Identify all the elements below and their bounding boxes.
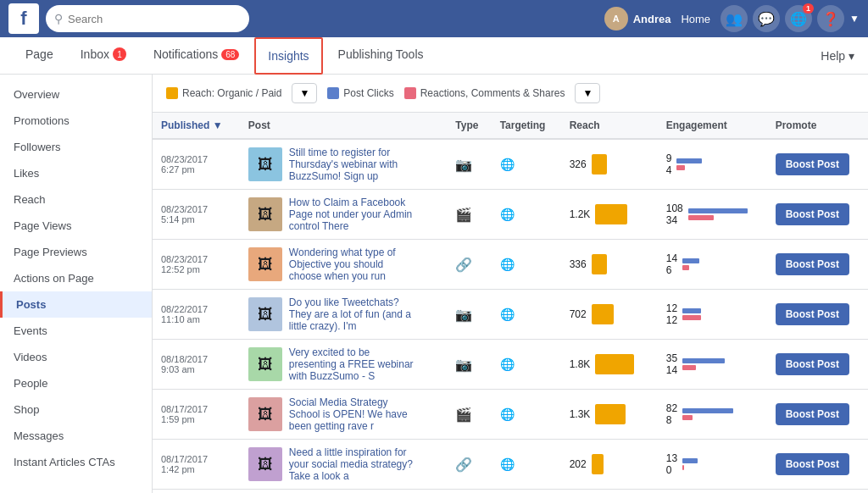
page-nav-page[interactable]: Page <box>14 37 65 75</box>
sidebar-item-shop[interactable]: Shop <box>0 396 152 423</box>
sidebar-item-actions-on-page[interactable]: Actions on Page <box>0 265 152 291</box>
friends-icon-btn[interactable]: 👥 <box>721 5 748 32</box>
boost-btn-6[interactable]: Boost Post <box>776 453 849 475</box>
sidebar-item-page-views[interactable]: Page Views <box>0 213 152 239</box>
table-row: 08/16/20175:57 pm 🖼 Find out why you CAN… <box>153 490 868 494</box>
page-nav-insights[interactable]: Insights <box>254 37 322 75</box>
help-btn[interactable]: Help ▾ <box>821 49 854 63</box>
sidebar-item-followers[interactable]: Followers <box>0 134 152 160</box>
search-bar[interactable]: ⚲ <box>46 5 249 32</box>
targeting-icon-1: 🌐 <box>500 208 515 221</box>
sidebar-item-likes[interactable]: Likes <box>0 160 152 186</box>
eng-bar-pink-4 <box>682 365 696 370</box>
cell-date-0: 08/23/20176:27 pm <box>153 139 240 190</box>
type-icon-1: 🎬 <box>455 208 472 222</box>
col-engagement: Engagement <box>658 113 767 139</box>
table-row: 08/23/201712:52 pm 🖼 Wondering what type… <box>153 240 868 290</box>
reach-bar-5 <box>595 404 626 424</box>
eng-bar-blue-3 <box>682 308 701 313</box>
cell-type-2: 🔗 <box>447 240 491 290</box>
type-icon-2: 🔗 <box>455 258 472 272</box>
post-link-2[interactable]: Wondering what type of Objective you sho… <box>289 246 418 282</box>
cell-targeting-0: 🌐 <box>492 139 561 190</box>
eng-bar-pink-5 <box>682 415 693 420</box>
boost-btn-0[interactable]: Boost Post <box>776 153 849 175</box>
reach-dropdown-btn[interactable]: ▼ <box>292 83 317 103</box>
sidebar-item-instant-articles[interactable]: Instant Articles CTAs <box>0 449 152 475</box>
post-link-0[interactable]: Still time to register for Thursday's we… <box>289 147 418 182</box>
boost-btn-2[interactable]: Boost Post <box>776 253 849 275</box>
eng-bar-blue-4 <box>682 358 725 363</box>
table-row: 08/17/20171:42 pm 🖼 Need a little inspir… <box>153 440 868 490</box>
inbox-badge: 1 <box>113 47 126 61</box>
post-link-4[interactable]: Very excited to be presenting a FREE web… <box>289 346 418 382</box>
cell-targeting-3: 🌐 <box>492 290 561 340</box>
nav-caret[interactable]: ▼ <box>849 13 860 25</box>
cell-targeting-5: 🌐 <box>492 390 561 440</box>
boost-btn-5[interactable]: Boost Post <box>776 403 849 425</box>
table-row: 08/17/20171:59 pm 🖼 Social Media Strateg… <box>153 390 868 440</box>
content-area: Reach: Organic / Paid ▼ Post Clicks Reac… <box>153 75 868 493</box>
globe-icon-btn[interactable]: 🌐 1 <box>785 5 812 32</box>
cell-date-5: 08/17/20171:59 pm <box>153 390 240 440</box>
cell-engagement-6: 13 0 <box>658 440 767 490</box>
help-icon-btn[interactable]: ❓ <box>817 5 844 32</box>
sidebar-item-people[interactable]: People <box>0 370 152 396</box>
sidebar-item-events[interactable]: Events <box>0 318 152 344</box>
main-layout: Overview Promotions Followers Likes Reac… <box>0 75 868 493</box>
page-nav-inbox[interactable]: Inbox 1 <box>69 37 138 75</box>
post-link-1[interactable]: How to Claim a Facebook Page not under y… <box>289 197 418 232</box>
type-icon-6: 🔗 <box>455 457 472 472</box>
cell-post-1: 🖼 How to Claim a Facebook Page not under… <box>240 190 447 240</box>
page-nav-notifications[interactable]: Notifications 68 <box>142 37 251 75</box>
col-published[interactable]: Published ▼ <box>153 113 240 139</box>
top-nav: f ⚲ A Andrea Home 👥 💬 🌐 1 ❓ ▼ <box>0 0 868 37</box>
cell-post-0: 🖼 Still time to register for Thursday's … <box>240 139 447 190</box>
sidebar-item-videos[interactable]: Videos <box>0 344 152 370</box>
targeting-icon-4: 🌐 <box>500 357 515 371</box>
sidebar-item-posts[interactable]: Posts <box>0 291 152 318</box>
search-icon: ⚲ <box>54 12 63 25</box>
reach-legend-dot <box>166 87 178 99</box>
reach-bar-6 <box>592 454 604 474</box>
eng-bar-blue-1 <box>688 208 748 213</box>
post-link-3[interactable]: Do you like Tweetchats? They are a lot o… <box>289 296 418 332</box>
search-input[interactable] <box>68 13 241 25</box>
sidebar-item-reach[interactable]: Reach <box>0 186 152 213</box>
cell-post-2: 🖼 Wondering what type of Objective you s… <box>240 240 447 290</box>
cell-engagement-5: 82 8 <box>658 390 767 440</box>
messenger-icon-btn[interactable]: 💬 <box>753 5 780 32</box>
cell-reach-1: 1.2K <box>561 190 658 240</box>
targeting-icon-0: 🌐 <box>500 158 515 171</box>
cell-post-5: 🖼 Social Media Strategy School is OPEN! … <box>240 390 447 440</box>
page-nav: Page Inbox 1 Notifications 68 Insights P… <box>0 37 868 75</box>
post-thumb-6: 🖼 <box>248 447 282 481</box>
home-nav-btn[interactable]: Home <box>676 9 715 29</box>
boost-btn-3[interactable]: Boost Post <box>776 303 849 325</box>
cell-type-3: 📷 <box>447 290 491 340</box>
sidebar-item-messages[interactable]: Messages <box>0 423 152 449</box>
cell-targeting-4: 🌐 <box>492 340 561 390</box>
sidebar-item-overview[interactable]: Overview <box>0 81 152 108</box>
sidebar: Overview Promotions Followers Likes Reac… <box>0 75 153 493</box>
type-icon-4: 📷 <box>455 357 472 372</box>
boost-btn-4[interactable]: Boost Post <box>776 353 849 375</box>
cell-type-5: 🎬 <box>447 390 491 440</box>
sidebar-item-promotions[interactable]: Promotions <box>0 108 152 134</box>
cell-reach-6: 202 <box>561 440 658 490</box>
sidebar-item-page-previews[interactable]: Page Previews <box>0 239 152 265</box>
reach-bar-4 <box>595 354 634 374</box>
cell-reach-3: 702 <box>561 290 658 340</box>
cell-targeting-1: 🌐 <box>492 190 561 240</box>
cell-post-4: 🖼 Very excited to be presenting a FREE w… <box>240 340 447 390</box>
cell-engagement-0: 9 4 <box>658 139 767 190</box>
eng-bar-pink-3 <box>682 315 701 320</box>
notifications-badge: 68 <box>221 49 239 60</box>
post-thumb-1: 🖼 <box>248 197 282 231</box>
metrics-dropdown-btn[interactable]: ▼ <box>575 83 600 103</box>
page-nav-publishing-tools[interactable]: Publishing Tools <box>326 37 436 75</box>
notif-badge: 1 <box>803 3 814 14</box>
post-link-5[interactable]: Social Media Strategy School is OPEN! We… <box>289 396 418 432</box>
boost-btn-1[interactable]: Boost Post <box>776 203 849 225</box>
post-link-6[interactable]: Need a little inspiration for your socia… <box>289 446 418 482</box>
